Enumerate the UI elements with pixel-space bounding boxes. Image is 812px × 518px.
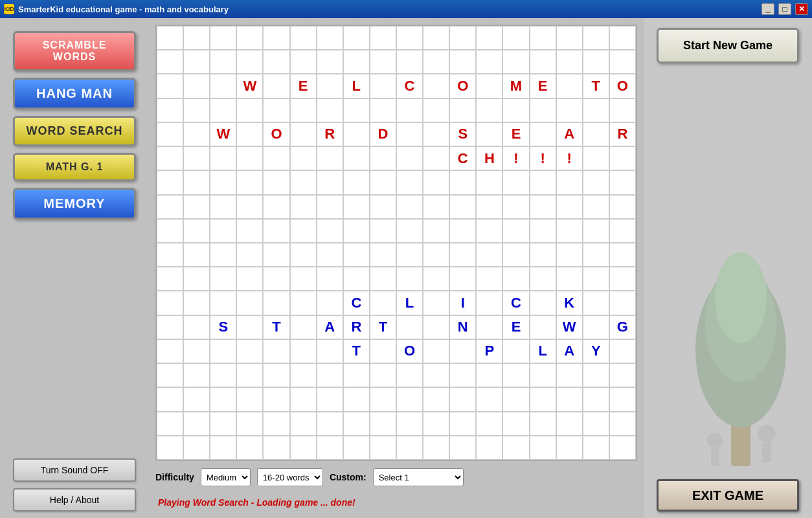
grid-cell[interactable]: D xyxy=(370,122,396,146)
grid-cell[interactable] xyxy=(396,195,423,219)
grid-cell[interactable] xyxy=(556,436,583,460)
grid-cell[interactable] xyxy=(502,50,529,74)
grid-cell[interactable] xyxy=(183,98,210,122)
grid-cell[interactable] xyxy=(263,267,289,291)
grid-cell[interactable] xyxy=(530,195,556,219)
grid-cell[interactable] xyxy=(317,267,343,291)
grid-cell[interactable] xyxy=(556,243,583,267)
grid-cell[interactable] xyxy=(290,436,317,460)
grid-cell[interactable] xyxy=(476,195,502,219)
grid-cell[interactable] xyxy=(290,26,317,50)
grid-cell[interactable] xyxy=(343,267,370,291)
grid-cell[interactable] xyxy=(210,387,236,411)
grid-cell[interactable] xyxy=(423,436,449,460)
grid-cell[interactable] xyxy=(157,291,183,315)
grid-cell[interactable] xyxy=(396,146,423,170)
grid-cell[interactable] xyxy=(317,26,343,50)
grid-cell[interactable] xyxy=(556,267,583,291)
grid-cell[interactable] xyxy=(370,412,396,436)
grid-cell[interactable] xyxy=(396,219,423,243)
grid-cell[interactable] xyxy=(476,26,502,50)
grid-cell[interactable] xyxy=(370,146,396,170)
grid-cell[interactable] xyxy=(609,219,636,243)
grid-cell[interactable] xyxy=(317,50,343,74)
close-button[interactable]: ✕ xyxy=(795,3,808,15)
grid-cell[interactable] xyxy=(183,412,210,436)
grid-cell[interactable] xyxy=(236,146,263,170)
grid-cell[interactable] xyxy=(423,412,449,436)
grid-cell[interactable] xyxy=(263,219,289,243)
grid-cell[interactable] xyxy=(396,50,423,74)
grid-cell[interactable] xyxy=(343,387,370,411)
grid-cell[interactable]: A xyxy=(556,339,583,363)
grid-cell[interactable] xyxy=(236,50,263,74)
grid-cell[interactable] xyxy=(263,339,289,363)
memory-button[interactable]: MEMORY xyxy=(13,188,136,220)
grid-cell[interactable] xyxy=(183,339,210,363)
grid-cell[interactable] xyxy=(210,195,236,219)
grid-cell[interactable] xyxy=(343,98,370,122)
grid-cell[interactable] xyxy=(502,363,529,387)
grid-cell[interactable]: K xyxy=(556,291,583,315)
grid-cell[interactable] xyxy=(583,98,609,122)
grid-cell[interactable] xyxy=(157,146,183,170)
grid-cell[interactable] xyxy=(476,387,502,411)
grid-cell[interactable] xyxy=(290,315,317,339)
grid-cell[interactable] xyxy=(290,243,317,267)
grid-cell[interactable] xyxy=(502,195,529,219)
grid-cell[interactable] xyxy=(583,387,609,411)
words-count-dropdown[interactable]: 5-10 words 11-15 words 16-20 words xyxy=(257,468,323,486)
grid-cell[interactable] xyxy=(236,267,263,291)
grid-cell[interactable] xyxy=(343,412,370,436)
grid-cell[interactable] xyxy=(183,74,210,98)
grid-cell[interactable] xyxy=(556,170,583,194)
grid-cell[interactable]: O xyxy=(396,339,423,363)
grid-cell[interactable] xyxy=(157,219,183,243)
grid-cell[interactable] xyxy=(317,195,343,219)
grid-cell[interactable]: T xyxy=(583,74,609,98)
grid-cell[interactable]: E xyxy=(530,74,556,98)
grid-cell[interactable] xyxy=(317,387,343,411)
grid-cell[interactable] xyxy=(370,74,396,98)
grid-cell[interactable] xyxy=(236,243,263,267)
grid-cell[interactable]: O xyxy=(609,74,636,98)
grid-cell[interactable] xyxy=(157,339,183,363)
minimize-button[interactable]: _ xyxy=(761,3,774,15)
grid-cell[interactable]: O xyxy=(449,74,476,98)
grid-cell[interactable] xyxy=(290,98,317,122)
grid-cell[interactable]: T xyxy=(370,315,396,339)
grid-cell[interactable]: W xyxy=(236,74,263,98)
grid-cell[interactable] xyxy=(370,195,396,219)
grid-cell[interactable] xyxy=(263,387,289,411)
grid-cell[interactable] xyxy=(343,195,370,219)
grid-cell[interactable] xyxy=(423,219,449,243)
grid-cell[interactable] xyxy=(236,436,263,460)
grid-cell[interactable] xyxy=(290,267,317,291)
grid-cell[interactable] xyxy=(370,98,396,122)
grid-cell[interactable] xyxy=(157,436,183,460)
grid-cell[interactable]: A xyxy=(317,315,343,339)
grid-cell[interactable]: C xyxy=(396,74,423,98)
grid-cell[interactable] xyxy=(343,219,370,243)
grid-cell[interactable] xyxy=(236,170,263,194)
grid-cell[interactable] xyxy=(290,339,317,363)
grid-cell[interactable] xyxy=(449,436,476,460)
grid-cell[interactable] xyxy=(476,98,502,122)
grid-cell[interactable] xyxy=(370,219,396,243)
grid-cell[interactable] xyxy=(157,243,183,267)
grid-cell[interactable] xyxy=(423,26,449,50)
grid-cell[interactable] xyxy=(556,387,583,411)
grid-cell[interactable] xyxy=(583,291,609,315)
grid-cell[interactable] xyxy=(183,146,210,170)
hang-man-button[interactable]: HANG MAN xyxy=(13,78,136,109)
grid-cell[interactable] xyxy=(502,243,529,267)
grid-cell[interactable]: R xyxy=(609,122,636,146)
grid-cell[interactable] xyxy=(556,98,583,122)
grid-cell[interactable] xyxy=(183,363,210,387)
grid-cell[interactable]: C xyxy=(343,291,370,315)
grid-cell[interactable] xyxy=(502,412,529,436)
grid-cell[interactable] xyxy=(449,339,476,363)
grid-cell[interactable] xyxy=(609,243,636,267)
math-button[interactable]: Math G. 1 xyxy=(13,153,136,181)
grid-cell[interactable] xyxy=(343,122,370,146)
